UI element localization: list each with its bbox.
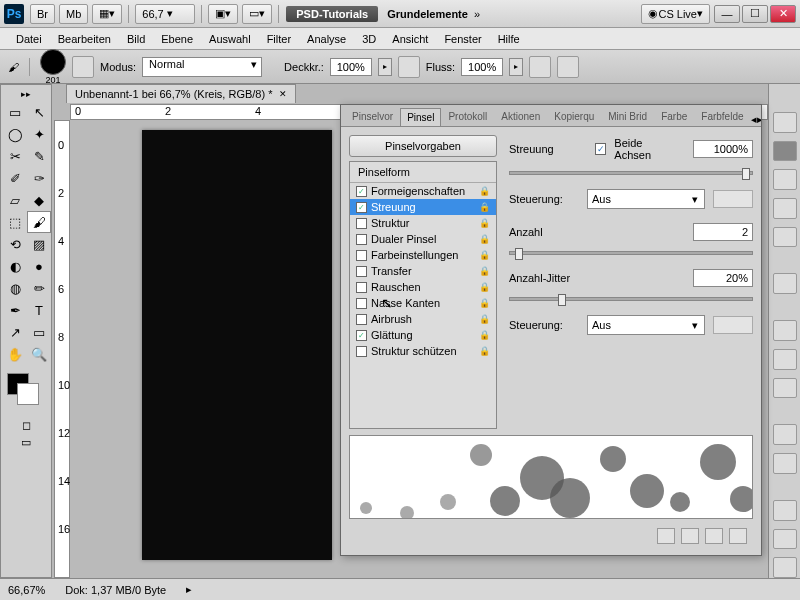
- maximize-button[interactable]: ☐: [742, 5, 768, 23]
- tool-17[interactable]: ✏: [27, 277, 51, 299]
- panel-tab-pinselvor[interactable]: Pinselvor: [345, 107, 400, 126]
- footer-icon-1[interactable]: [657, 528, 675, 544]
- checkbox-icon[interactable]: [356, 314, 367, 325]
- minimize-button[interactable]: —: [714, 5, 740, 23]
- checkbox-icon[interactable]: [356, 298, 367, 309]
- menu-auswahl[interactable]: Auswahl: [201, 31, 259, 47]
- panel-icon-1[interactable]: [773, 112, 797, 133]
- lock-icon[interactable]: 🔒: [479, 346, 490, 356]
- brush-presets-button[interactable]: Pinselvorgaben: [349, 135, 497, 157]
- lock-icon[interactable]: 🔒: [479, 250, 490, 260]
- panel-icon-channels[interactable]: [773, 529, 797, 550]
- status-doc-info[interactable]: Dok: 1,37 MB/0 Byte: [65, 584, 166, 596]
- brush-panel-toggle[interactable]: [72, 56, 94, 78]
- new-preset-icon[interactable]: [705, 528, 723, 544]
- panel-tab-protokoll[interactable]: Protokoll: [441, 107, 494, 126]
- mode-select[interactable]: Normal: [142, 57, 262, 77]
- workspace-name[interactable]: Grundelemente: [387, 8, 468, 20]
- quickmask-icon[interactable]: ◻: [3, 419, 49, 432]
- minibridge-button[interactable]: Mb: [59, 4, 88, 24]
- tool-2[interactable]: ◯: [3, 123, 27, 145]
- opacity-arrow[interactable]: ▸: [378, 58, 392, 76]
- menu-ebene[interactable]: Ebene: [153, 31, 201, 47]
- lock-icon[interactable]: 🔒: [479, 218, 490, 228]
- tool-7[interactable]: ✑: [27, 167, 51, 189]
- tool-21[interactable]: ▭: [27, 321, 51, 343]
- lock-icon[interactable]: 🔒: [479, 186, 490, 196]
- panel-icon-brush[interactable]: [773, 141, 797, 162]
- brush-tip-shape[interactable]: Pinselform: [350, 162, 496, 183]
- count-slider[interactable]: [509, 251, 753, 255]
- opacity-input[interactable]: [330, 58, 372, 76]
- tool-11[interactable]: 🖌: [27, 211, 51, 233]
- checkbox-icon[interactable]: [356, 218, 367, 229]
- tool-5[interactable]: ✎: [27, 145, 51, 167]
- panel-icon-styles[interactable]: [773, 378, 797, 399]
- panel-icon-4[interactable]: [773, 198, 797, 219]
- checkbox-icon[interactable]: ✓: [356, 330, 367, 341]
- checkbox-icon[interactable]: ✓: [356, 202, 367, 213]
- brush-option-struktur[interactable]: Struktur🔒: [350, 215, 496, 231]
- zoom-field[interactable]: 66,7 ▾: [135, 4, 195, 24]
- tool-19[interactable]: T: [27, 299, 51, 321]
- screenmode-icon[interactable]: ▭: [3, 436, 49, 449]
- checkbox-icon[interactable]: [356, 250, 367, 261]
- tool-4[interactable]: ✂: [3, 145, 27, 167]
- tool-13[interactable]: ▨: [27, 233, 51, 255]
- checkbox-icon[interactable]: [356, 266, 367, 277]
- panel-tab-farbe[interactable]: Farbe: [654, 107, 694, 126]
- tool-10[interactable]: ⬚: [3, 211, 27, 233]
- checkbox-icon[interactable]: ✓: [356, 186, 367, 197]
- brush-option-formeigenschaften[interactable]: ✓Formeigenschaften🔒: [350, 183, 496, 199]
- tool-18[interactable]: ✒: [3, 299, 27, 321]
- panel-tab-mini brid[interactable]: Mini Brid: [601, 107, 654, 126]
- bridge-button[interactable]: Br: [30, 4, 55, 24]
- tool-20[interactable]: ↗: [3, 321, 27, 343]
- menu-ansicht[interactable]: Ansicht: [384, 31, 436, 47]
- toolbox-collapse-icon[interactable]: ▸▸: [3, 87, 49, 101]
- checkbox-icon[interactable]: [356, 346, 367, 357]
- footer-icon-2[interactable]: [681, 528, 699, 544]
- panel-tab-kopierqu[interactable]: Kopierqu: [547, 107, 601, 126]
- tool-12[interactable]: ⟲: [3, 233, 27, 255]
- lock-icon[interactable]: 🔒: [479, 282, 490, 292]
- view-options-button[interactable]: ▦▾: [92, 4, 122, 24]
- brush-option-airbrush[interactable]: Airbrush🔒: [350, 311, 496, 327]
- both-axes-checkbox[interactable]: ✓: [595, 143, 606, 155]
- panel-icon-color[interactable]: [773, 320, 797, 341]
- count-jitter-value[interactable]: [693, 269, 753, 287]
- brush-option-farbeinstellungen[interactable]: Farbeinstellungen🔒: [350, 247, 496, 263]
- menu-3d[interactable]: 3D: [354, 31, 384, 47]
- tabs-scroll-icon[interactable]: ◂▸: [751, 113, 761, 126]
- tool-1[interactable]: ↖: [27, 101, 51, 123]
- screen-mode-button[interactable]: ▭▾: [242, 4, 272, 24]
- document-tab[interactable]: Unbenannt-1 bei 66,7% (Kreis, RGB/8) * ✕: [66, 84, 296, 103]
- lock-icon[interactable]: 🔒: [479, 234, 490, 244]
- color-swatches[interactable]: [3, 373, 49, 413]
- checkbox-icon[interactable]: [356, 234, 367, 245]
- menu-analyse[interactable]: Analyse: [299, 31, 354, 47]
- checkbox-icon[interactable]: [356, 282, 367, 293]
- panel-icon-3[interactable]: [773, 169, 797, 190]
- tool-23[interactable]: 🔍: [27, 343, 51, 365]
- count-jitter-slider[interactable]: [509, 297, 753, 301]
- background-swatch[interactable]: [17, 383, 39, 405]
- cs-live-button[interactable]: ◉ CS Live ▾: [641, 4, 710, 24]
- panel-icon-mb[interactable]: [773, 273, 797, 294]
- brush-option-rauschen[interactable]: Rauschen🔒: [350, 279, 496, 295]
- airbrush-icon[interactable]: [529, 56, 551, 78]
- panel-icon-adjust[interactable]: [773, 424, 797, 445]
- panel-icon-5[interactable]: [773, 227, 797, 248]
- brush-option-glättung[interactable]: ✓Glättung🔒: [350, 327, 496, 343]
- flow-input[interactable]: [461, 58, 503, 76]
- count-value[interactable]: [693, 223, 753, 241]
- lock-icon[interactable]: 🔒: [479, 202, 490, 212]
- trash-icon[interactable]: [729, 528, 747, 544]
- brush-option-streuung[interactable]: ✓Streuung🔒: [350, 199, 496, 215]
- tool-16[interactable]: ◍: [3, 277, 27, 299]
- brush-preview-icon[interactable]: [40, 49, 66, 75]
- workspace-title[interactable]: PSD-Tutorials: [286, 6, 378, 22]
- status-zoom[interactable]: 66,67%: [8, 584, 45, 596]
- lock-icon[interactable]: 🔒: [479, 298, 490, 308]
- opacity-pressure-icon[interactable]: [398, 56, 420, 78]
